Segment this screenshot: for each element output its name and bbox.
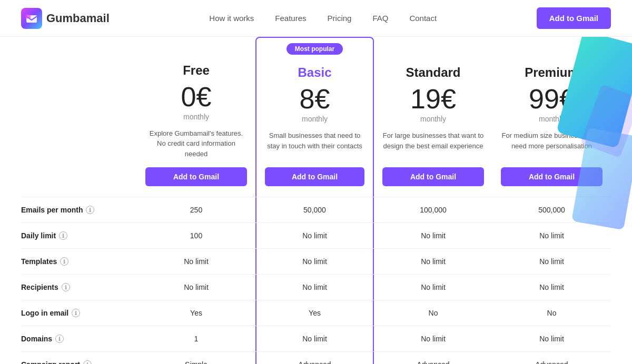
- nav: How it works Features Pricing FAQ Contac…: [209, 14, 437, 23]
- plan-price-free: 0€: [145, 83, 247, 110]
- nav-how-it-works[interactable]: How it works: [209, 14, 254, 23]
- feature-label-5: Domains ℹ: [21, 326, 137, 351]
- header-add-gmail-button[interactable]: Add to Gmail: [537, 7, 611, 29]
- feature-label-1: Daily limit ℹ: [21, 223, 137, 248]
- info-icon-0[interactable]: ℹ: [86, 206, 94, 214]
- feature-value-0-0: 250: [137, 197, 255, 223]
- feature-label-0: Emails per month ℹ: [21, 197, 137, 223]
- plan-price-standard: 19€: [382, 85, 484, 113]
- plan-btn-standard[interactable]: Add to Gmail: [382, 167, 484, 186]
- plan-name-basic: Basic: [265, 65, 364, 80]
- plan-period-basic: monthly: [265, 115, 364, 123]
- feature-value-1-2: No limit: [374, 223, 492, 248]
- plan-card-standard: Standard 19€ monthly For large businesse…: [374, 55, 492, 197]
- feature-value-6-3: Advanced: [492, 352, 611, 364]
- plan-name-standard: Standard: [382, 65, 484, 80]
- plan-period-premium: monthly: [501, 115, 603, 123]
- feature-value-5-1: No limit: [255, 326, 374, 351]
- feature-label-2: Templates ℹ: [21, 249, 137, 274]
- svg-rect-1: [25, 14, 31, 18]
- feature-label-3: Recipients ℹ: [21, 275, 137, 300]
- main-content: Free 0€ monthly Explore Gumbamail's feat…: [0, 37, 632, 364]
- info-icon-1[interactable]: ℹ: [59, 231, 67, 240]
- feature-value-5-2: No limit: [374, 326, 492, 351]
- nav-pricing[interactable]: Pricing: [328, 14, 352, 23]
- plan-card-basic: Most popular Basic 8€ monthly Small busi…: [255, 37, 374, 197]
- plan-card-free: Free 0€ monthly Explore Gumbamail's feat…: [137, 53, 255, 197]
- feature-value-1-0: 100: [137, 223, 255, 248]
- logo: Gumbamail: [21, 8, 110, 29]
- feature-value-1-3: No limit: [492, 223, 611, 248]
- feature-label-6: Campaign report ℹ: [21, 352, 137, 364]
- plan-period-standard: monthly: [382, 115, 484, 123]
- feature-value-2-1: No limit: [255, 249, 374, 274]
- feature-row: Campaign report ℹSimpleAdvancedAdvancedA…: [21, 351, 611, 364]
- nav-contact[interactable]: Contact: [409, 14, 437, 23]
- info-icon-5[interactable]: ℹ: [55, 335, 64, 343]
- feature-value-0-1: 50,000: [255, 197, 374, 223]
- plan-description-standard: For large businesses that want to design…: [382, 130, 484, 159]
- feature-value-1-1: No limit: [255, 223, 374, 248]
- logo-icon: [21, 8, 42, 29]
- plan-name-free: Free: [145, 63, 247, 78]
- info-icon-6[interactable]: ℹ: [83, 360, 92, 364]
- plan-name-premium: Premium: [501, 65, 603, 80]
- feature-value-0-2: 100,000: [374, 197, 492, 223]
- feature-value-6-2: Advanced: [374, 352, 492, 364]
- feature-label-4: Logo in email ℹ: [21, 300, 137, 326]
- feature-value-4-0: Yes: [137, 300, 255, 326]
- feature-value-0-3: 500,000: [492, 197, 611, 223]
- info-icon-2[interactable]: ℹ: [60, 257, 68, 266]
- plan-price-basic: 8€: [265, 85, 364, 113]
- feature-rows: Emails per month ℹ25050,000100,000500,00…: [21, 197, 611, 364]
- info-icon-3[interactable]: ℹ: [62, 283, 70, 291]
- feature-row: Domains ℹ1No limitNo limitNo limit: [21, 326, 611, 351]
- plans-grid: Free 0€ monthly Explore Gumbamail's feat…: [21, 37, 611, 197]
- feature-value-3-3: No limit: [492, 275, 611, 300]
- feature-value-6-1: Advanced: [255, 352, 374, 364]
- nav-features[interactable]: Features: [275, 14, 306, 23]
- feature-value-2-0: No limit: [137, 249, 255, 274]
- feature-value-6-0: Simple: [137, 352, 255, 364]
- feature-value-3-1: No limit: [255, 275, 374, 300]
- plan-btn-free[interactable]: Add to Gmail: [145, 167, 247, 186]
- most-popular-badge: Most popular: [287, 43, 343, 55]
- nav-faq[interactable]: FAQ: [372, 14, 388, 23]
- plan-btn-premium[interactable]: Add to Gmail: [501, 167, 603, 186]
- feature-row: Logo in email ℹYesYesNoNo: [21, 300, 611, 326]
- empty-label-cell: [21, 176, 137, 197]
- feature-value-3-0: No limit: [137, 275, 255, 300]
- plan-btn-basic[interactable]: Add to Gmail: [265, 167, 364, 186]
- plan-description-free: Explore Gumbamail's features. No credit …: [145, 128, 247, 159]
- plan-description-basic: Small businesses that need to stay in to…: [265, 130, 364, 159]
- feature-row: Templates ℹNo limitNo limitNo limitNo li…: [21, 248, 611, 274]
- plan-description-premium: For medium size businesses that need mor…: [501, 130, 603, 159]
- feature-value-3-2: No limit: [374, 275, 492, 300]
- feature-value-4-3: No: [492, 300, 611, 326]
- plan-period-free: monthly: [145, 113, 247, 121]
- feature-value-4-2: No: [374, 300, 492, 326]
- plan-card-premium: Premium 99€ monthly For medium size busi…: [492, 55, 611, 197]
- feature-value-4-1: Yes: [255, 300, 374, 326]
- feature-value-2-2: No limit: [374, 249, 492, 274]
- info-icon-4[interactable]: ℹ: [72, 309, 80, 317]
- feature-value-5-0: 1: [137, 326, 255, 351]
- plan-price-premium: 99€: [501, 85, 603, 113]
- logo-text: Gumbamail: [46, 12, 110, 25]
- feature-row: Recipients ℹNo limitNo limitNo limitNo l…: [21, 274, 611, 300]
- feature-row: Emails per month ℹ25050,000100,000500,00…: [21, 197, 611, 223]
- feature-value-2-3: No limit: [492, 249, 611, 274]
- header: Gumbamail How it works Features Pricing …: [0, 0, 632, 37]
- feature-row: Daily limit ℹ100No limitNo limitNo limit: [21, 223, 611, 248]
- feature-value-5-3: No limit: [492, 326, 611, 351]
